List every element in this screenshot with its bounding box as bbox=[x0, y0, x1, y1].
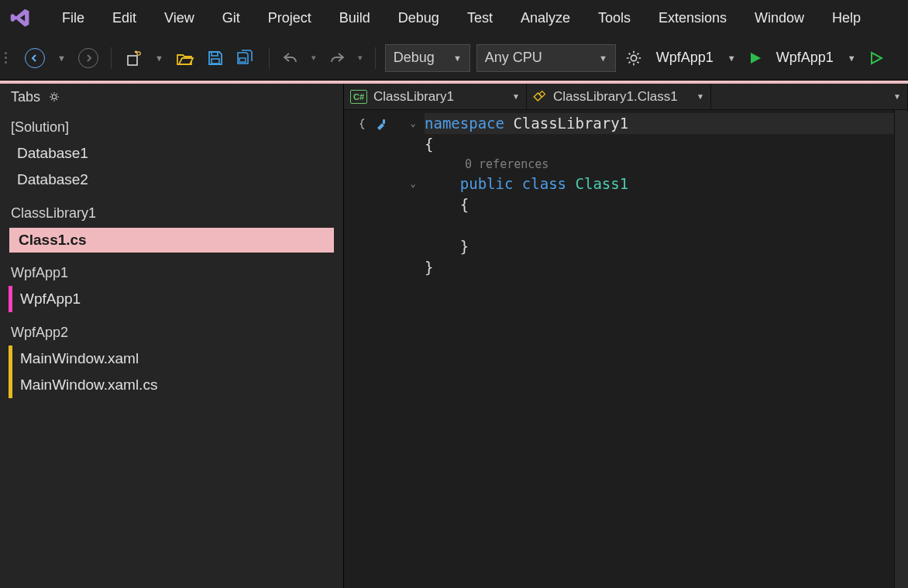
menu-debug[interactable]: Debug bbox=[384, 5, 453, 31]
code-line[interactable]: { bbox=[425, 194, 894, 215]
chevron-down-icon: ▼ bbox=[453, 53, 462, 63]
code-line[interactable]: namespace ClassLibrary1 bbox=[425, 113, 894, 134]
tabs-panel-header: Tabs bbox=[0, 84, 343, 110]
menu-edit[interactable]: Edit bbox=[98, 5, 150, 31]
svg-rect-8 bbox=[539, 91, 545, 97]
svg-rect-9 bbox=[383, 119, 385, 124]
chevron-down-icon: ▼ bbox=[893, 92, 901, 101]
config-combo[interactable]: Debug ▼ bbox=[385, 44, 470, 72]
svg-rect-2 bbox=[212, 52, 218, 56]
vertical-scrollbar[interactable] bbox=[894, 110, 908, 588]
codelens-references[interactable]: 0 references bbox=[425, 155, 894, 174]
svg-point-1 bbox=[137, 51, 140, 54]
fold-toggle[interactable]: ⌄ bbox=[406, 174, 420, 194]
nav-back-dropdown[interactable]: ▼ bbox=[54, 46, 69, 70]
menu-bar: File Edit View Git Project Build Debug T… bbox=[0, 0, 908, 36]
tree-item-wpfapp1[interactable]: WpfApp1 bbox=[9, 286, 343, 312]
tree-group-wpfapp2[interactable]: WpfApp2 bbox=[0, 320, 343, 346]
tree-group-classlibrary1[interactable]: ClassLibrary1 bbox=[0, 201, 343, 226]
save-all-icon bbox=[236, 49, 256, 67]
nav-project-combo[interactable]: C# ClassLibrary1 ▼ bbox=[344, 84, 527, 109]
menu-extensions[interactable]: Extensions bbox=[645, 5, 741, 31]
toolbar-separator bbox=[269, 47, 270, 69]
new-item-button[interactable] bbox=[121, 46, 146, 70]
tree-item-mainwindow-xaml[interactable]: MainWindow.xaml bbox=[9, 346, 343, 372]
new-item-dropdown[interactable]: ▼ bbox=[152, 46, 167, 70]
svg-rect-3 bbox=[212, 59, 219, 64]
save-all-button[interactable] bbox=[233, 46, 260, 70]
undo-dropdown[interactable]: ▾ bbox=[308, 46, 319, 70]
code-line[interactable]: } bbox=[425, 236, 894, 257]
tabs-panel-title: Tabs bbox=[11, 89, 40, 105]
menu-git[interactable]: Git bbox=[208, 5, 254, 31]
redo-dropdown[interactable]: ▾ bbox=[355, 46, 366, 70]
gear-icon[interactable] bbox=[48, 91, 60, 103]
fold-toggle[interactable]: ⌄ bbox=[406, 113, 420, 134]
code-line[interactable]: } bbox=[425, 257, 894, 278]
startup-project-dropdown[interactable]: ▼ bbox=[724, 46, 739, 70]
tree-item-mainwindow-xaml-cs[interactable]: MainWindow.xaml.cs bbox=[9, 372, 343, 398]
platform-value: Any CPU bbox=[485, 50, 542, 66]
menu-window[interactable]: Window bbox=[741, 5, 818, 31]
csharp-icon: C# bbox=[350, 90, 367, 104]
start-debugging-button[interactable] bbox=[745, 46, 765, 70]
tabs-panel: Tabs [Solution] Database1 Database2 Clas… bbox=[0, 84, 344, 588]
tree-item-database1[interactable]: Database1 bbox=[0, 140, 343, 167]
tabs-tree: [Solution] Database1 Database2 ClassLibr… bbox=[0, 110, 343, 403]
redo-button[interactable] bbox=[325, 46, 349, 70]
nav-member-combo[interactable]: ▼ bbox=[711, 84, 908, 109]
config-value: Debug bbox=[394, 50, 435, 66]
chevron-down-icon: ▼ bbox=[512, 92, 520, 101]
svg-rect-7 bbox=[534, 92, 542, 100]
editor-nav-bar: C# ClassLibrary1 ▼ ClassLibrary1.Class1 … bbox=[344, 84, 908, 110]
tree-item-class1-cs[interactable]: Class1.cs bbox=[9, 228, 334, 253]
undo-button[interactable] bbox=[279, 46, 302, 70]
redo-icon bbox=[328, 51, 346, 65]
folder-open-icon bbox=[176, 50, 194, 66]
startup-project-label[interactable]: WpfApp1 bbox=[652, 50, 718, 66]
menu-view[interactable]: View bbox=[150, 5, 208, 31]
tree-group-wpfapp1[interactable]: WpfApp1 bbox=[0, 260, 343, 286]
nav-back-button[interactable] bbox=[22, 46, 48, 70]
menu-tools[interactable]: Tools bbox=[584, 5, 645, 31]
menu-file[interactable]: File bbox=[48, 5, 98, 31]
chevron-down-icon: ▼ bbox=[599, 53, 607, 63]
brace-icon bbox=[359, 118, 372, 130]
code-body[interactable]: namespace ClassLibrary1 { 0 references p… bbox=[425, 110, 894, 588]
nav-class-combo[interactable]: ClassLibrary1.Class1 ▼ bbox=[527, 84, 711, 109]
svg-rect-0 bbox=[128, 56, 137, 65]
open-button[interactable] bbox=[173, 46, 198, 70]
code-line[interactable]: { bbox=[425, 134, 894, 155]
toolbar-separator bbox=[375, 47, 376, 69]
svg-point-6 bbox=[52, 95, 56, 98]
arrow-left-icon bbox=[25, 48, 45, 68]
svg-rect-4 bbox=[239, 58, 246, 62]
toolbar: ▼ ▼ ▾ bbox=[0, 36, 908, 81]
screwdriver-icon[interactable] bbox=[375, 118, 387, 130]
play-outline-icon bbox=[868, 50, 884, 66]
menu-analyze[interactable]: Analyze bbox=[507, 5, 584, 31]
tree-item-database2[interactable]: Database2 bbox=[0, 167, 343, 193]
undo-icon bbox=[282, 51, 299, 65]
startup-projects-button[interactable] bbox=[622, 46, 645, 70]
menu-help[interactable]: Help bbox=[818, 5, 875, 31]
tree-group-solution[interactable]: [Solution] bbox=[0, 115, 343, 140]
run-target-label[interactable]: WpfApp1 bbox=[772, 50, 838, 66]
menu-test[interactable]: Test bbox=[453, 5, 507, 31]
code-editor[interactable]: ⌄ ⌄ namespace ClassLibrary1 { 0 referenc… bbox=[344, 110, 908, 588]
platform-combo[interactable]: Any CPU ▼ bbox=[476, 44, 616, 72]
nav-forward-button[interactable] bbox=[75, 46, 101, 70]
play-icon bbox=[748, 51, 762, 65]
code-line[interactable]: public class Class1 bbox=[425, 174, 894, 194]
start-without-debugging-button[interactable] bbox=[865, 46, 887, 70]
menu-build[interactable]: Build bbox=[325, 5, 384, 31]
menu-project[interactable]: Project bbox=[254, 5, 325, 31]
code-line[interactable] bbox=[425, 215, 894, 236]
arrow-right-icon bbox=[78, 48, 98, 68]
svg-point-5 bbox=[631, 55, 636, 60]
main-area: Tabs [Solution] Database1 Database2 Clas… bbox=[0, 84, 908, 588]
new-item-icon bbox=[124, 49, 143, 67]
nav-class-label: ClassLibrary1.Class1 bbox=[553, 89, 678, 105]
run-target-dropdown[interactable]: ▼ bbox=[844, 46, 859, 70]
save-button[interactable] bbox=[204, 46, 227, 70]
